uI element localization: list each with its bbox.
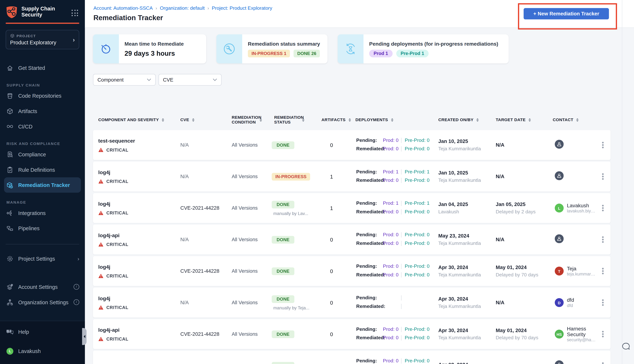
preprod-deployment-link[interactable]: Pre-Prod: 0 xyxy=(405,271,429,279)
table-row[interactable]: log4j CRITICAL N/A All Versions DONEmanu… xyxy=(93,288,610,318)
created-by: Teja Kummarikuntla xyxy=(438,178,492,183)
sidebar-item-code-repositories[interactable]: Code Repositories xyxy=(0,88,85,103)
row-menu-kebab-icon[interactable] xyxy=(595,174,610,180)
new-remediation-tracker-button[interactable]: + New Remediation Tracker xyxy=(524,8,609,20)
sidebar-item-artifacts[interactable]: Artifacts xyxy=(0,103,85,119)
deployments-pending-label: Pending: xyxy=(356,168,377,176)
preprod-deployment-link[interactable]: Pre-Prod: 0 xyxy=(405,325,429,334)
prod-deployment-link[interactable]: Prod: 0 xyxy=(383,144,399,153)
contact-email: security@harn... xyxy=(567,337,596,342)
preprod-deployment-link[interactable]: Pre-Prod: 1 xyxy=(405,168,429,176)
sidebar-nav: Get StartedSUPPLY CHAIN Code Repositorie… xyxy=(0,60,85,310)
project-selector[interactable]: PROJECT Product Exploratory › xyxy=(6,30,79,49)
info-icon[interactable]: i xyxy=(74,299,79,305)
sidebar-item-pipelines[interactable]: Pipelines xyxy=(0,220,85,236)
table-row[interactable]: log4j CRITICAL CVE-2021-44228 All Versio… xyxy=(93,193,610,223)
info-icon[interactable]: i xyxy=(74,284,79,290)
prod-deployment-link[interactable]: Prod: 0 xyxy=(383,231,399,239)
critical-warning-icon xyxy=(98,147,104,152)
target-date: N/A xyxy=(496,237,549,242)
row-menu-kebab-icon[interactable] xyxy=(595,300,610,306)
sort-icon[interactable] xyxy=(576,118,579,122)
preprod-deployment-link[interactable]: Pre-Prod: 0 xyxy=(405,144,429,153)
prod-deployment-link[interactable]: Prod: 0 xyxy=(383,239,399,248)
sidebar-item-account-settings[interactable]: Account Settingsi xyxy=(0,279,85,294)
value-divider xyxy=(401,304,401,309)
sidebar-item-integrations[interactable]: Integrations xyxy=(0,205,85,221)
remediation-status-badge: DONE xyxy=(272,201,294,208)
sort-icon[interactable] xyxy=(162,118,164,122)
preprod-deployment-link[interactable]: Pre-Prod: 0 xyxy=(405,357,429,364)
prod-deployment-link[interactable]: Prod: 0 xyxy=(383,271,399,279)
chat-help-bubble-icon[interactable] xyxy=(621,342,631,352)
table-row[interactable]: test-sequencer CRITICAL N/A All Versions… xyxy=(93,130,610,160)
prod-deployment-link[interactable]: Prod: 0 xyxy=(383,357,399,364)
created-date: Apr 30, 2024 xyxy=(438,296,492,302)
prod-deployment-link[interactable]: Prod: 0 xyxy=(383,262,399,270)
sidebar-item-get-started[interactable]: Get Started xyxy=(0,60,85,76)
prod-deployment-link[interactable]: Prod: 0 xyxy=(383,208,399,216)
sort-icon[interactable] xyxy=(391,118,393,122)
remediation-status-cell: DONE xyxy=(269,141,317,149)
component-filter-dropdown[interactable]: Component xyxy=(93,74,156,86)
row-menu-kebab-icon[interactable] xyxy=(595,268,610,274)
row-menu-kebab-icon[interactable] xyxy=(595,331,610,337)
sidebar-item-ci-cd[interactable]: CI/CD xyxy=(0,119,85,134)
target-date: N/A xyxy=(496,174,549,180)
preprod-deployment-link[interactable]: Pre-Prod: 0 xyxy=(405,136,429,144)
breadcrumb-org-link[interactable]: Organization: default xyxy=(160,5,205,11)
sidebar-item-rule-definitions[interactable]: Rule Definitions xyxy=(0,162,85,178)
sort-icon[interactable] xyxy=(302,118,304,122)
preprod-deployment-link[interactable]: Pre-Prod: 0 xyxy=(405,208,429,216)
target-date-cell: May 01, 2024 Delayed by 70 days xyxy=(493,265,549,278)
sidebar-item-organization-settings[interactable]: Organization Settingsi xyxy=(0,294,85,310)
sidebar-collapse-handle[interactable] xyxy=(82,328,86,345)
table-row[interactable]: log4j-api CRITICAL N/A All Versions DONE… xyxy=(93,224,610,254)
table-row[interactable]: log4j CRITICAL N/A All Versions IN-PROGR… xyxy=(93,162,610,192)
cve-filter-dropdown[interactable]: CVE xyxy=(159,74,222,86)
preprod-deployment-link[interactable]: Pre-Prod: 0 xyxy=(405,176,429,184)
sidebar-item-remediation-tracker[interactable]: Remediation Tracker xyxy=(4,178,81,193)
prod-deployment-link[interactable]: Prod: 0 xyxy=(383,136,399,144)
sort-icon[interactable] xyxy=(476,118,479,122)
row-menu-kebab-icon[interactable] xyxy=(595,362,610,364)
table-row[interactable]: xz-libs DONE Pending: Prod: 0 Pre-Prod: … xyxy=(93,350,610,364)
prod-deployment-link[interactable]: Prod: 0 xyxy=(383,325,399,334)
preprod-deployment-link[interactable]: Pre-Prod: 0 xyxy=(405,239,429,248)
preprod-deployment-link[interactable]: Pre-Prod: 0 xyxy=(405,334,429,342)
critical-warning-icon xyxy=(98,305,104,310)
chevron-right-icon: › xyxy=(77,256,79,262)
table-header: COMPONENT AND SEVERITY CVE REMEDIATION C… xyxy=(93,113,610,127)
timer-icon xyxy=(93,34,119,64)
sort-icon[interactable] xyxy=(192,118,194,122)
sort-icon[interactable] xyxy=(528,118,531,122)
cve-cell: N/A xyxy=(178,142,229,148)
sidebar-item-label: CI/CD xyxy=(18,123,33,130)
row-menu-kebab-icon[interactable] xyxy=(595,205,610,211)
preprod-deployment-link[interactable]: Pre-Prod: 0 xyxy=(405,262,429,270)
preprod-deployment-link[interactable]: Pre-Prod: 0 xyxy=(405,231,429,239)
table-row[interactable]: log4j-api CRITICAL CVE-2021-44228 All Ve… xyxy=(93,319,610,349)
sidebar-item-project-settings[interactable]: Project Settings› xyxy=(0,251,85,266)
row-menu-kebab-icon[interactable] xyxy=(595,142,610,148)
deployments-pending-label: Pending: xyxy=(356,231,377,239)
prod-deployment-link[interactable]: Prod: 1 xyxy=(383,168,399,176)
column-header: COMPONENT AND SEVERITY xyxy=(98,118,159,122)
prod-deployment-link[interactable]: Prod: 0 xyxy=(383,176,399,184)
preprod-deployment-link[interactable]: Pre-Prod: 1 xyxy=(405,199,429,208)
sort-icon[interactable] xyxy=(260,118,262,122)
sidebar-item-help[interactable]: ? Help xyxy=(0,325,85,338)
breadcrumb-project-link[interactable]: Project: Product Exploratory xyxy=(212,5,272,11)
prod-deployment-link[interactable]: Prod: 0 xyxy=(383,334,399,342)
sidebar-item-compliance[interactable]: Compliance xyxy=(0,147,85,162)
card-pending-deployments: Pending deployments (for in-progress rem… xyxy=(338,34,508,64)
app-switcher-icon[interactable] xyxy=(72,10,78,16)
prod-deployment-link[interactable]: Prod: 1 xyxy=(383,199,399,208)
cve-cell: CVE-2021-44228 xyxy=(178,331,229,337)
column-header: CVE xyxy=(180,118,189,122)
target-date-cell: N/A xyxy=(493,237,549,242)
sidebar-user-menu[interactable]: L Lavakush xyxy=(0,344,85,358)
breadcrumb-account-link[interactable]: Account: Automation-SSCA xyxy=(93,5,153,11)
table-row[interactable]: log4j CRITICAL CVE-2021-44228 All Versio… xyxy=(93,256,610,286)
row-menu-kebab-icon[interactable] xyxy=(595,236,610,243)
